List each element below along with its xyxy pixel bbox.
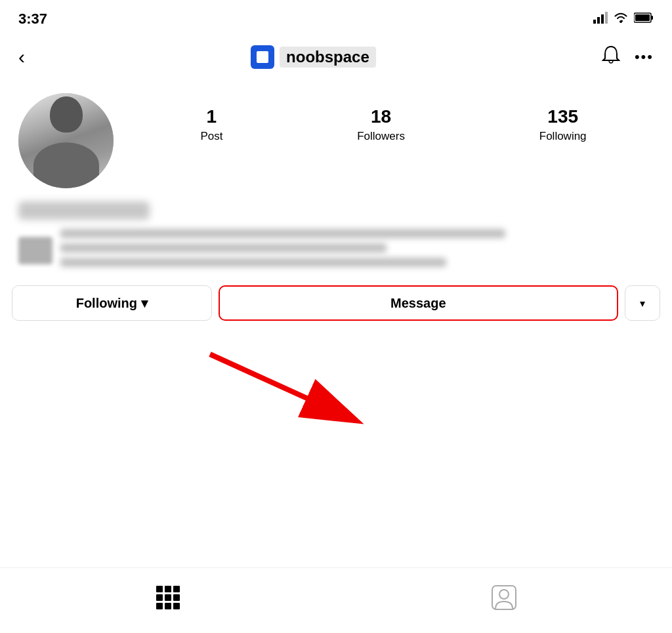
status-time: 3:37	[18, 10, 47, 28]
following-count: 135	[547, 106, 578, 127]
nav-actions: •••	[602, 45, 654, 70]
grid-icon	[156, 586, 180, 609]
logo-inner	[257, 51, 268, 63]
back-button[interactable]: ‹	[18, 46, 25, 68]
grid-tab[interactable]	[0, 586, 336, 609]
wifi-icon	[613, 12, 629, 26]
bio-thumb	[18, 237, 52, 264]
svg-rect-1	[597, 17, 600, 24]
avatar-image	[18, 93, 114, 188]
stat-posts[interactable]: 1 Post	[200, 106, 222, 143]
following-label: Following	[76, 296, 137, 311]
red-arrow-annotation	[197, 348, 407, 433]
stats-row: 1 Post 18 Followers 135 Following	[133, 93, 654, 143]
brand-name: noobspace	[280, 47, 376, 68]
svg-rect-7	[635, 14, 650, 21]
svg-line-9	[210, 354, 354, 420]
svg-point-4	[620, 20, 622, 23]
bell-icon[interactable]	[602, 45, 620, 70]
profile-section: 1 Post 18 Followers 135 Following	[0, 80, 672, 195]
svg-rect-2	[601, 14, 604, 24]
signal-icon	[593, 12, 608, 26]
svg-rect-0	[593, 20, 596, 24]
following-chevron: ▾	[141, 295, 148, 311]
profile-bio-blurred	[18, 229, 654, 272]
svg-point-11	[499, 590, 509, 599]
nav-bar: ‹ noobspace •••	[0, 34, 672, 80]
followers-count: 18	[371, 106, 391, 127]
contact-tab[interactable]	[336, 584, 672, 611]
posts-label: Post	[200, 130, 222, 143]
message-label: Message	[390, 296, 446, 311]
nav-title: noobspace	[251, 45, 376, 69]
followers-label: Followers	[357, 130, 405, 143]
stat-following[interactable]: 135 Following	[539, 106, 587, 143]
following-button[interactable]: Following ▾	[12, 285, 212, 321]
profile-name-blurred	[18, 201, 150, 220]
posts-count: 1	[207, 106, 217, 127]
avatar	[18, 93, 114, 188]
blurred-line-2	[60, 243, 387, 253]
action-buttons: Following ▾ Message ▾	[0, 285, 672, 321]
message-button[interactable]: Message	[219, 285, 618, 321]
svg-rect-6	[651, 16, 653, 20]
more-icon[interactable]: •••	[635, 49, 654, 66]
contact-icon	[490, 584, 518, 611]
more-options-button[interactable]: ▾	[625, 285, 660, 321]
profile-info	[0, 195, 672, 285]
svg-rect-3	[605, 12, 608, 24]
blurred-line-3	[60, 258, 446, 267]
stat-followers[interactable]: 18 Followers	[357, 106, 405, 143]
battery-icon	[634, 12, 654, 26]
status-icons	[593, 12, 654, 26]
chevron-down-icon: ▾	[640, 297, 645, 310]
blurred-line-1	[60, 229, 505, 238]
following-label: Following	[539, 130, 587, 143]
bottom-nav	[0, 567, 672, 633]
bio-lines	[60, 229, 654, 272]
brand-logo	[251, 45, 274, 69]
status-bar: 3:37	[0, 0, 672, 34]
